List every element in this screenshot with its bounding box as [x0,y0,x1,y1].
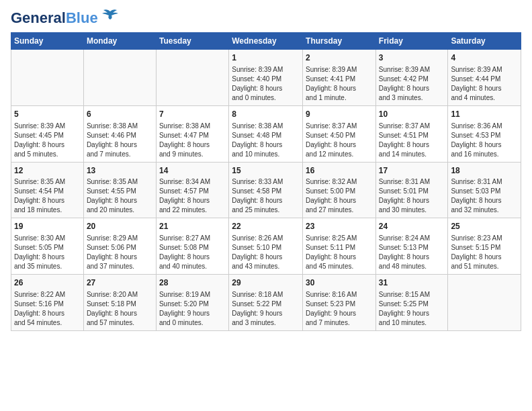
calendar-cell: 23Sunrise: 8:25 AM Sunset: 5:11 PM Dayli… [303,218,376,275]
day-number: 22 [232,221,300,232]
calendar-cell [11,50,84,106]
day-info: Sunrise: 8:38 AM Sunset: 4:48 PM Dayligh… [232,122,300,159]
calendar-cell: 15Sunrise: 8:33 AM Sunset: 4:58 PM Dayli… [229,162,303,218]
calendar-cell: 16Sunrise: 8:32 AM Sunset: 5:00 PM Dayli… [303,162,376,218]
day-info: Sunrise: 8:29 AM Sunset: 5:06 PM Dayligh… [87,234,153,271]
calendar-cell: 11Sunrise: 8:36 AM Sunset: 4:53 PM Dayli… [448,105,521,162]
logo-bird-icon [101,9,120,22]
day-number: 12 [14,165,81,177]
col-header-sunday: Sunday [11,33,84,50]
day-number: 16 [306,165,373,177]
col-header-thursday: Thursday [303,33,376,50]
day-info: Sunrise: 8:33 AM Sunset: 4:58 PM Dayligh… [232,177,300,215]
calendar-cell: 8Sunrise: 8:38 AM Sunset: 4:48 PM Daylig… [229,105,303,162]
calendar-cell: 22Sunrise: 8:26 AM Sunset: 5:10 PM Dayli… [229,218,303,275]
day-number: 8 [232,109,300,120]
day-info: Sunrise: 8:35 AM Sunset: 4:55 PM Dayligh… [87,177,153,215]
day-number: 23 [306,221,373,232]
day-info: Sunrise: 8:25 AM Sunset: 5:11 PM Dayligh… [306,234,373,271]
calendar-cell: 5Sunrise: 8:39 AM Sunset: 4:45 PM Daylig… [11,105,84,162]
calendar-header-row: SundayMondayTuesdayWednesdayThursdayFrid… [11,33,521,50]
day-number: 29 [232,277,300,289]
day-number: 13 [87,165,153,177]
day-info: Sunrise: 8:39 AM Sunset: 4:44 PM Dayligh… [451,65,518,103]
calendar-table: SundayMondayTuesdayWednesdayThursdayFrid… [11,32,521,331]
calendar-cell [448,275,521,331]
day-info: Sunrise: 8:34 AM Sunset: 4:57 PM Dayligh… [159,177,226,215]
day-info: Sunrise: 8:39 AM Sunset: 4:45 PM Dayligh… [14,122,81,159]
calendar-cell: 9Sunrise: 8:37 AM Sunset: 4:50 PM Daylig… [303,105,376,162]
calendar-cell: 13Sunrise: 8:35 AM Sunset: 4:55 PM Dayli… [83,162,156,218]
day-number: 11 [451,109,518,120]
calendar-cell: 24Sunrise: 8:24 AM Sunset: 5:13 PM Dayli… [375,218,448,275]
day-info: Sunrise: 8:39 AM Sunset: 4:41 PM Dayligh… [306,65,373,103]
day-number: 30 [306,277,373,289]
calendar-cell: 10Sunrise: 8:37 AM Sunset: 4:51 PM Dayli… [375,105,448,162]
logo: GeneralBlue [11,11,120,26]
calendar-cell: 31Sunrise: 8:15 AM Sunset: 5:25 PM Dayli… [375,275,448,331]
day-info: Sunrise: 8:23 AM Sunset: 5:15 PM Dayligh… [451,234,518,271]
calendar-cell: 19Sunrise: 8:30 AM Sunset: 5:05 PM Dayli… [11,218,84,275]
calendar-cell: 28Sunrise: 8:19 AM Sunset: 5:20 PM Dayli… [156,275,228,331]
day-info: Sunrise: 8:37 AM Sunset: 4:50 PM Dayligh… [306,122,373,159]
calendar-cell: 25Sunrise: 8:23 AM Sunset: 5:15 PM Dayli… [448,218,521,275]
day-info: Sunrise: 8:38 AM Sunset: 4:47 PM Dayligh… [159,122,226,159]
day-info: Sunrise: 8:31 AM Sunset: 5:01 PM Dayligh… [379,177,445,215]
calendar-cell: 27Sunrise: 8:20 AM Sunset: 5:18 PM Dayli… [83,275,156,331]
day-info: Sunrise: 8:30 AM Sunset: 5:05 PM Dayligh… [14,234,81,271]
calendar-cell: 21Sunrise: 8:27 AM Sunset: 5:08 PM Dayli… [156,218,228,275]
day-number: 18 [451,165,518,177]
day-number: 31 [379,277,445,289]
day-info: Sunrise: 8:19 AM Sunset: 5:20 PM Dayligh… [159,290,226,328]
day-number: 26 [14,277,81,289]
day-info: Sunrise: 8:38 AM Sunset: 4:46 PM Dayligh… [87,122,153,159]
day-number: 1 [232,52,300,64]
calendar-cell: 7Sunrise: 8:38 AM Sunset: 4:47 PM Daylig… [156,105,228,162]
calendar-week-row: 1Sunrise: 8:39 AM Sunset: 4:40 PM Daylig… [11,50,521,106]
day-number: 9 [306,109,373,120]
day-number: 10 [379,109,445,120]
calendar-week-row: 26Sunrise: 8:22 AM Sunset: 5:16 PM Dayli… [11,275,521,331]
col-header-wednesday: Wednesday [229,33,303,50]
day-info: Sunrise: 8:20 AM Sunset: 5:18 PM Dayligh… [87,290,153,328]
col-header-monday: Monday [83,33,156,50]
calendar-cell: 3Sunrise: 8:39 AM Sunset: 4:42 PM Daylig… [375,50,448,106]
day-number: 4 [451,52,518,64]
col-header-saturday: Saturday [448,33,521,50]
calendar-cell: 29Sunrise: 8:18 AM Sunset: 5:22 PM Dayli… [229,275,303,331]
day-number: 15 [232,165,300,177]
day-info: Sunrise: 8:31 AM Sunset: 5:03 PM Dayligh… [451,177,518,215]
calendar-cell: 12Sunrise: 8:35 AM Sunset: 4:54 PM Dayli… [11,162,84,218]
calendar-cell: 20Sunrise: 8:29 AM Sunset: 5:06 PM Dayli… [83,218,156,275]
day-info: Sunrise: 8:36 AM Sunset: 4:53 PM Dayligh… [451,122,518,159]
calendar-cell: 2Sunrise: 8:39 AM Sunset: 4:41 PM Daylig… [303,50,376,106]
calendar-cell [156,50,228,106]
day-info: Sunrise: 8:39 AM Sunset: 4:42 PM Dayligh… [379,65,445,103]
day-number: 3 [379,52,445,64]
day-number: 6 [87,109,153,120]
calendar-cell: 4Sunrise: 8:39 AM Sunset: 4:44 PM Daylig… [448,50,521,106]
day-number: 19 [14,221,81,232]
calendar-cell: 18Sunrise: 8:31 AM Sunset: 5:03 PM Dayli… [448,162,521,218]
day-info: Sunrise: 8:26 AM Sunset: 5:10 PM Dayligh… [232,234,300,271]
day-info: Sunrise: 8:37 AM Sunset: 4:51 PM Dayligh… [379,122,445,159]
day-number: 20 [87,221,153,232]
calendar-week-row: 5Sunrise: 8:39 AM Sunset: 4:45 PM Daylig… [11,105,521,162]
day-info: Sunrise: 8:18 AM Sunset: 5:22 PM Dayligh… [232,290,300,328]
day-number: 21 [159,221,226,232]
calendar-cell: 26Sunrise: 8:22 AM Sunset: 5:16 PM Dayli… [11,275,84,331]
calendar-week-row: 12Sunrise: 8:35 AM Sunset: 4:54 PM Dayli… [11,162,521,218]
day-info: Sunrise: 8:22 AM Sunset: 5:16 PM Dayligh… [14,290,81,328]
day-number: 5 [14,109,81,120]
calendar-cell [83,50,156,106]
day-info: Sunrise: 8:15 AM Sunset: 5:25 PM Dayligh… [379,290,445,328]
day-info: Sunrise: 8:32 AM Sunset: 5:00 PM Dayligh… [306,177,373,215]
day-info: Sunrise: 8:39 AM Sunset: 4:40 PM Dayligh… [232,65,300,103]
day-number: 7 [159,109,226,120]
day-number: 17 [379,165,445,177]
day-number: 25 [451,221,518,232]
day-number: 27 [87,277,153,289]
day-info: Sunrise: 8:35 AM Sunset: 4:54 PM Dayligh… [14,177,81,215]
calendar-week-row: 19Sunrise: 8:30 AM Sunset: 5:05 PM Dayli… [11,218,521,275]
day-number: 24 [379,221,445,232]
